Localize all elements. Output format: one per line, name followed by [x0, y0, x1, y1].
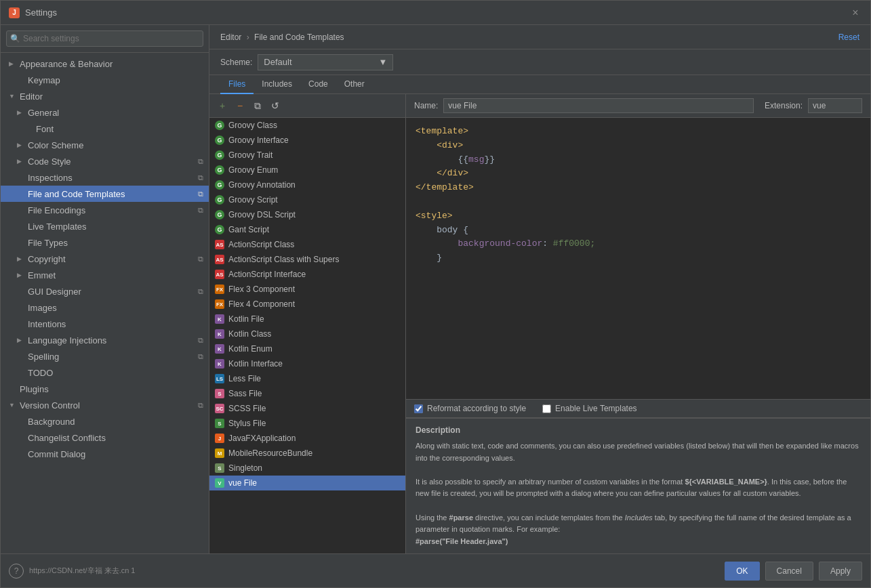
apply-button[interactable]: Apply	[819, 562, 862, 581]
code-line-6	[416, 195, 861, 209]
sidebar-item-intentions[interactable]: Intentions	[1, 316, 209, 332]
tab-other[interactable]: Other	[336, 75, 373, 94]
sidebar-item-language-injections[interactable]: ▶ Language Injections ⧉	[1, 332, 209, 348]
live-templates-checkbox[interactable]	[542, 404, 551, 413]
file-item-groovy-annotation[interactable]: G Groovy Annotation	[209, 177, 405, 192]
file-item-kotlin-file[interactable]: K Kotlin File	[209, 312, 405, 327]
tab-includes[interactable]: Includes	[254, 75, 300, 94]
sidebar-item-file-types[interactable]: File Types	[1, 234, 209, 251]
sidebar-item-appearance[interactable]: ▶ Appearance & Behavior	[1, 56, 209, 72]
file-item-groovy-script[interactable]: G Groovy Script	[209, 192, 405, 207]
help-button[interactable]: ?	[9, 564, 24, 579]
reformat-checkbox-label[interactable]: Reformat according to style	[414, 404, 526, 413]
code-line-8: body {	[416, 224, 861, 238]
file-item-groovy-interface[interactable]: G Groovy Interface	[209, 133, 405, 148]
sidebar-item-images[interactable]: Images	[1, 299, 209, 316]
sidebar-item-label: File Types	[28, 238, 68, 248]
search-input[interactable]	[6, 30, 203, 47]
sidebar-item-label: Color Scheme	[28, 140, 83, 150]
sidebar-item-label: Font	[36, 124, 54, 134]
sidebar-item-changelist-conflicts[interactable]: Changelist Conflicts	[1, 429, 209, 446]
scheme-dropdown[interactable]: Default ▼	[258, 54, 393, 70]
sidebar-item-editor[interactable]: ▼ Editor	[1, 88, 209, 104]
tab-code[interactable]: Code	[300, 75, 336, 94]
file-item-less-file[interactable]: LS Less File	[209, 371, 405, 386]
file-item-actionscript-class[interactable]: AS ActionScript Class	[209, 237, 405, 252]
sidebar-item-inspections[interactable]: Inspections ⧉	[1, 169, 209, 186]
desc-para-3: Using the #parse directive, you can incl…	[416, 513, 851, 545]
file-item-vue-file[interactable]: V vue File	[209, 476, 405, 490]
file-item-groovy-dsl-script[interactable]: G Groovy DSL Script	[209, 207, 405, 222]
arrow-icon: ▶	[17, 255, 25, 262]
file-item-actionscript-class-supers[interactable]: AS ActionScript Class with Supers	[209, 252, 405, 267]
ok-button[interactable]: OK	[725, 562, 759, 581]
sidebar-item-todo[interactable]: TODO	[1, 364, 209, 381]
file-item-actionscript-interface[interactable]: AS ActionScript Interface	[209, 267, 405, 282]
sidebar-item-plugins[interactable]: Plugins	[1, 381, 209, 397]
sidebar-item-code-style[interactable]: ▶ Code Style ⧉	[1, 153, 209, 169]
file-item-flex-4-component[interactable]: FX Flex 4 Component	[209, 297, 405, 312]
file-item-label: Groovy Enum	[228, 165, 278, 175]
template-extension-input[interactable]	[808, 98, 862, 113]
arrow-icon: ▼	[9, 93, 17, 100]
reformat-checkbox[interactable]	[414, 404, 423, 413]
options-row: Reformat according to style Enable Live …	[406, 399, 870, 418]
sidebar-item-label: Plugins	[20, 384, 49, 394]
reset-template-button[interactable]: ↺	[268, 98, 283, 113]
arrow-icon	[17, 353, 25, 360]
file-item-kotlin-interface[interactable]: K Kotlin Interface	[209, 356, 405, 371]
sidebar-item-label: Copyright	[28, 254, 66, 264]
sidebar-item-font[interactable]: Font	[1, 121, 209, 137]
file-type-icon: J	[215, 434, 224, 443]
live-templates-checkbox-label[interactable]: Enable Live Templates	[542, 404, 637, 413]
bottom-right: OK Cancel Apply	[725, 562, 862, 581]
file-item-gant-script[interactable]: G Gant Script	[209, 222, 405, 237]
bottom-bar: ? https://CSDN.net/辛福 来去.cn 1 OK Cancel …	[1, 553, 870, 587]
description-text: Along with static text, code and comment…	[416, 440, 861, 553]
cancel-button[interactable]: Cancel	[765, 562, 813, 581]
file-item-singleton[interactable]: S Singleton	[209, 461, 405, 476]
code-line-10: }	[416, 251, 861, 266]
sidebar-item-background[interactable]: Background	[1, 413, 209, 429]
remove-template-button[interactable]: −	[232, 98, 247, 113]
file-item-sass-file[interactable]: S Sass File	[209, 386, 405, 401]
file-list-toolbar: + − ⧉ ↺	[209, 94, 405, 118]
file-item-kotlin-class[interactable]: K Kotlin Class	[209, 327, 405, 341]
file-item-javafx-application[interactable]: J JavaFXApplication	[209, 431, 405, 446]
tab-files[interactable]: Files	[220, 75, 254, 94]
sidebar-item-general[interactable]: ▶ General	[1, 104, 209, 121]
reset-button[interactable]: Reset	[838, 33, 859, 42]
file-type-icon: K	[215, 344, 224, 354]
sidebar-item-commit-dialog[interactable]: Commit Dialog	[1, 446, 209, 462]
file-item-flex-3-component[interactable]: FX Flex 3 Component	[209, 282, 405, 297]
sidebar-item-color-scheme[interactable]: ▶ Color Scheme	[1, 137, 209, 153]
file-item-groovy-trait[interactable]: G Groovy Trait	[209, 148, 405, 163]
copy-template-button[interactable]: ⧉	[250, 98, 265, 113]
file-item-groovy-class[interactable]: G Groovy Class	[209, 118, 405, 133]
sidebar-item-emmet[interactable]: ▶ Emmet	[1, 267, 209, 283]
sidebar-item-copyright[interactable]: ▶ Copyright ⧉	[1, 251, 209, 267]
sidebar-item-spelling[interactable]: Spelling ⧉	[1, 348, 209, 364]
sidebar-item-label: Version Control	[20, 400, 80, 411]
sidebar-item-version-control[interactable]: ▼ Version Control ⧉	[1, 397, 209, 413]
sidebar-item-keymap[interactable]: Keymap	[1, 72, 209, 88]
sidebar-item-file-encodings[interactable]: File Encodings ⧉	[1, 202, 209, 218]
sidebar-item-label: Emmet	[28, 270, 56, 280]
arrow-icon	[17, 223, 25, 230]
arrow-icon	[17, 288, 25, 295]
template-name-input[interactable]	[443, 98, 754, 113]
file-item-scss-file[interactable]: SC SCSS File	[209, 401, 405, 416]
sidebar-item-label: GUI Designer	[28, 287, 81, 297]
file-item-groovy-enum[interactable]: G Groovy Enum	[209, 163, 405, 177]
sidebar-item-file-and-code-templates[interactable]: File and Code Templates ⧉	[1, 186, 209, 202]
file-item-stylus-file[interactable]: S Stylus File	[209, 416, 405, 431]
sidebar-item-live-templates[interactable]: Live Templates	[1, 218, 209, 234]
file-item-kotlin-enum[interactable]: K Kotlin Enum	[209, 341, 405, 356]
file-item-label: MobileResourceBundle	[228, 448, 312, 458]
close-button[interactable]: ×	[849, 6, 862, 20]
add-template-button[interactable]: +	[215, 98, 230, 113]
arrow-icon	[17, 174, 25, 181]
code-editor[interactable]: <template> <div> {{msg}} </div> </templa…	[406, 118, 870, 399]
sidebar-item-gui-designer[interactable]: GUI Designer ⧉	[1, 283, 209, 299]
file-item-mobile-resource-bundle[interactable]: M MobileResourceBundle	[209, 446, 405, 461]
